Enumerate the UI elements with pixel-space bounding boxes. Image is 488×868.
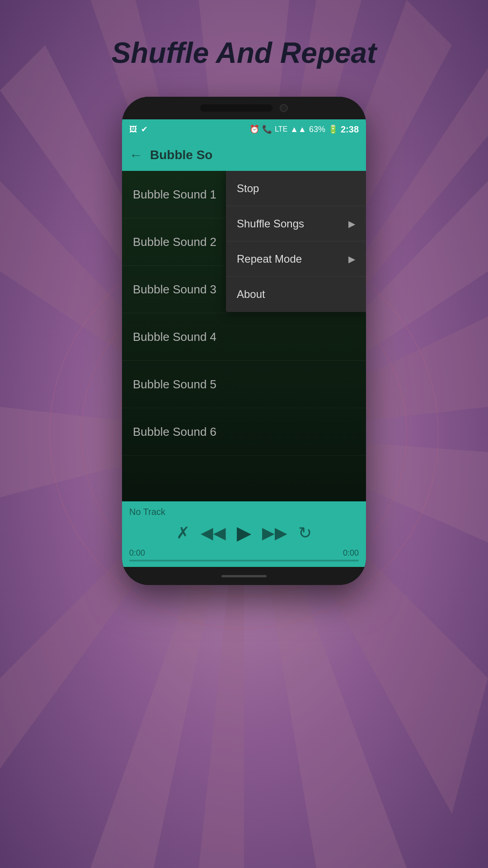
dropdown-item-repeat[interactable]: Repeat Mode ▶ (226, 241, 366, 277)
time-row: 0:00 0:00 (129, 548, 359, 558)
progress-bar[interactable] (129, 560, 359, 561)
app-bar: ← Bubble So (122, 139, 366, 171)
phone-speaker (200, 104, 272, 112)
dropdown-stop-label: Stop (237, 182, 259, 195)
page-title: Shuffle And Repeat (0, 0, 488, 97)
status-right: ⏰ 📞 LTE ▲▲ 63% 🔋 2:38 (249, 124, 359, 135)
content-area: Bubble Sound 1 Bubble Sound 2 Bubble Sou… (122, 171, 366, 501)
dropdown-menu: Stop Shuffle Songs ▶ Repeat Mode ▶ About (226, 171, 366, 312)
status-bar: 🖼 ✔ ⏰ 📞 LTE ▲▲ 63% 🔋 2:38 (122, 119, 366, 139)
time-end: 0:00 (343, 548, 359, 558)
dropdown-item-stop[interactable]: Stop (226, 171, 366, 206)
shuffle-button[interactable]: ✗ (176, 524, 190, 542)
phone-top-bar (122, 97, 366, 119)
dropdown-item-shuffle[interactable]: Shuffle Songs ▶ (226, 206, 366, 241)
back-button[interactable]: ← (129, 147, 143, 163)
track-name: No Track (129, 507, 359, 517)
next-button[interactable]: ▶▶ (262, 524, 287, 542)
time-start: 0:00 (129, 548, 145, 558)
check-icon: ✔ (141, 124, 148, 134)
alarm-icon: ⏰ (249, 124, 259, 134)
notification-icon: 🖼 (129, 125, 137, 134)
status-left: 🖼 ✔ (129, 124, 148, 134)
dropdown-repeat-label: Repeat Mode (237, 253, 302, 265)
signal-bars: ▲▲ (290, 125, 306, 134)
phone-frame: 🖼 ✔ ⏰ 📞 LTE ▲▲ 63% 🔋 2:38 ← Bubble So Bu… (122, 97, 366, 585)
repeat-arrow-icon: ▶ (348, 254, 355, 264)
clock: 2:38 (341, 124, 359, 135)
app-bar-title: Bubble So (150, 148, 212, 162)
play-button[interactable]: ▶ (237, 522, 251, 544)
player-controls: ✗ ◀◀ ▶ ▶▶ ↻ (129, 522, 359, 544)
call-icon: 📞 (262, 124, 272, 134)
lte-label: LTE (275, 125, 287, 133)
battery-icon: 🔋 (328, 124, 338, 134)
repeat-button[interactable]: ↻ (298, 524, 312, 542)
dropdown-item-about[interactable]: About (226, 277, 366, 312)
battery-percent: 63% (309, 125, 325, 134)
bottom-player: No Track ✗ ◀◀ ▶ ▶▶ ↻ 0:00 0:00 (122, 501, 366, 567)
prev-button[interactable]: ◀◀ (201, 524, 226, 542)
home-indicator (221, 575, 267, 577)
dropdown-about-label: About (237, 288, 265, 301)
phone-bottom (122, 567, 366, 585)
phone-camera (280, 104, 288, 112)
dropdown-shuffle-label: Shuffle Songs (237, 217, 304, 230)
shuffle-arrow-icon: ▶ (348, 218, 355, 229)
